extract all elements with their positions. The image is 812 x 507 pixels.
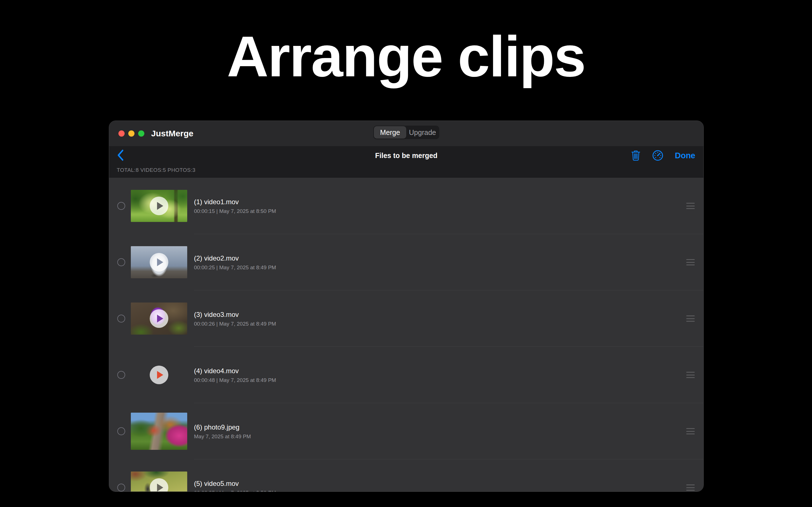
speed-button[interactable]: [652, 150, 664, 161]
drag-handle-icon[interactable]: [686, 372, 695, 378]
play-triangle-icon: [157, 371, 163, 379]
file-info: (1) video1.mov 00:00:15 | May 7, 2025 at…: [194, 198, 276, 215]
file-name: (5) video5.mov: [194, 479, 276, 488]
file-info: (4) video4.mov 00:00:48 | May 7, 2025 at…: [194, 367, 276, 384]
file-row[interactable]: (5) video5.mov 00:00:35 | May 7, 2025 at…: [109, 459, 703, 492]
nav-title: Files to be merged: [109, 146, 703, 165]
file-row[interactable]: (3) video3.mov 00:00:26 | May 7, 2025 at…: [109, 290, 703, 347]
page-title: Arrange clips: [0, 0, 812, 113]
minimize-window-button[interactable]: [128, 130, 135, 136]
photo-thumbnail[interactable]: [131, 413, 187, 450]
file-meta: 00:00:15 | May 7, 2025 at 8:50 PM: [194, 207, 276, 215]
done-button[interactable]: Done: [675, 151, 696, 160]
select-radio[interactable]: [117, 202, 125, 210]
tab-merge[interactable]: Merge: [374, 126, 406, 138]
file-row[interactable]: (2) video2.mov 00:00:25 | May 7, 2025 at…: [109, 234, 703, 290]
file-name: (1) video1.mov: [194, 198, 276, 207]
select-radio[interactable]: [117, 315, 125, 323]
file-meta: 00:00:25 | May 7, 2025 at 8:49 PM: [194, 264, 276, 271]
delete-button[interactable]: [631, 150, 641, 161]
file-list: (1) video1.mov 00:00:15 | May 7, 2025 at…: [109, 178, 703, 492]
file-info: (2) video2.mov 00:00:25 | May 7, 2025 at…: [194, 254, 276, 271]
nav-header: Files to be merged: [109, 146, 703, 178]
nav-actions: Done: [631, 146, 696, 165]
traffic-lights: [118, 130, 144, 136]
play-triangle-icon: [157, 484, 163, 492]
play-icon[interactable]: [150, 478, 168, 492]
window-titlebar: JustMerge Merge Upgrade: [109, 121, 703, 146]
app-title: JustMerge: [151, 129, 193, 138]
file-meta: 00:00:35 | May 7, 2025 at 8:50 PM: [194, 489, 276, 492]
play-icon[interactable]: [150, 309, 168, 328]
drag-handle-icon[interactable]: [686, 316, 695, 322]
select-radio[interactable]: [117, 484, 125, 492]
play-icon[interactable]: [150, 365, 168, 384]
video-thumbnail[interactable]: [131, 190, 187, 222]
file-name: (4) video4.mov: [194, 367, 276, 376]
speed-gauge-icon: [652, 150, 664, 161]
video-thumbnail[interactable]: [131, 359, 187, 391]
select-radio[interactable]: [117, 427, 125, 435]
trash-icon: [631, 150, 641, 161]
drag-handle-icon[interactable]: [686, 259, 695, 265]
select-radio[interactable]: [117, 371, 125, 379]
file-row[interactable]: (6) photo9.jpeg May 7, 2025 at 8:49 PM: [109, 403, 703, 459]
close-window-button[interactable]: [118, 130, 124, 136]
play-triangle-icon: [157, 202, 163, 210]
video-thumbnail[interactable]: [131, 246, 187, 278]
file-name: (6) photo9.jpeg: [194, 423, 251, 432]
file-info: (5) video5.mov 00:00:35 | May 7, 2025 at…: [194, 479, 276, 492]
drag-handle-icon[interactable]: [686, 203, 695, 209]
file-name: (3) video3.mov: [194, 310, 276, 319]
play-triangle-icon: [157, 258, 163, 266]
drag-handle-icon[interactable]: [686, 485, 695, 491]
file-name: (2) video2.mov: [194, 254, 276, 263]
drag-handle-icon[interactable]: [686, 428, 695, 434]
video-thumbnail[interactable]: [131, 471, 187, 492]
file-count-summary: TOTAL:8 VIDEOS:5 PHOTOS:3: [117, 167, 195, 173]
play-icon[interactable]: [150, 253, 168, 272]
file-row[interactable]: (4) video4.mov 00:00:48 | May 7, 2025 at…: [109, 347, 703, 403]
video-thumbnail[interactable]: [131, 302, 187, 335]
play-icon[interactable]: [150, 196, 168, 215]
file-meta: 00:00:26 | May 7, 2025 at 8:49 PM: [194, 320, 276, 328]
file-meta: 00:00:48 | May 7, 2025 at 8:49 PM: [194, 376, 276, 384]
app-window: JustMerge Merge Upgrade Files to be merg…: [109, 121, 704, 492]
select-radio[interactable]: [117, 258, 125, 266]
zoom-window-button[interactable]: [138, 130, 144, 136]
tab-upgrade[interactable]: Upgrade: [406, 126, 439, 138]
play-triangle-icon: [157, 315, 163, 323]
file-row[interactable]: (1) video1.mov 00:00:15 | May 7, 2025 at…: [109, 178, 703, 234]
mode-segmented-control: Merge Upgrade: [373, 126, 439, 139]
file-info: (3) video3.mov 00:00:26 | May 7, 2025 at…: [194, 310, 276, 328]
file-info: (6) photo9.jpeg May 7, 2025 at 8:49 PM: [194, 423, 251, 440]
file-meta: May 7, 2025 at 8:49 PM: [194, 433, 251, 440]
nav-top-row: Files to be merged: [109, 146, 703, 165]
